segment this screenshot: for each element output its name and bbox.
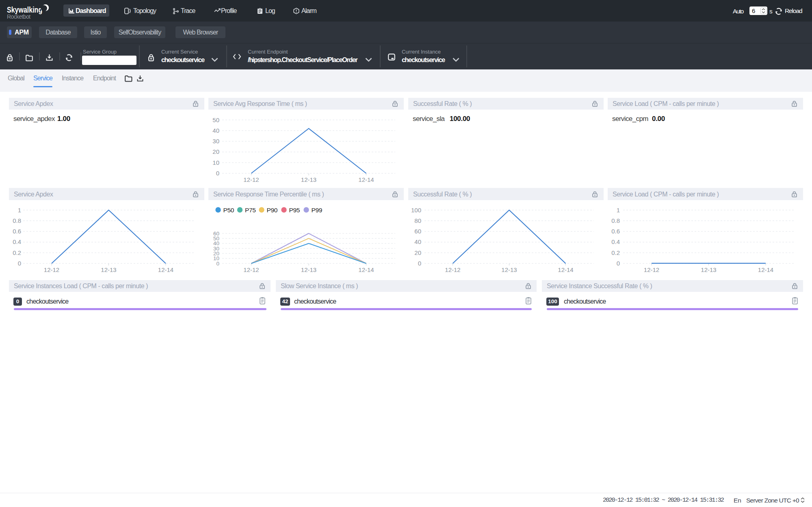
svg-text:12-14: 12-14 [758, 266, 773, 273]
svg-text:12-14: 12-14 [158, 266, 173, 273]
svg-text:12-13: 12-13 [301, 176, 316, 183]
svg-text:0: 0 [216, 170, 219, 177]
svg-text:0.4: 0.4 [13, 238, 21, 245]
svg-text:60: 60 [414, 228, 421, 235]
svg-text:0: 0 [617, 260, 620, 267]
svg-text:0.2: 0.2 [611, 249, 620, 256]
svg-text:0.6: 0.6 [13, 228, 21, 235]
svg-text:0: 0 [18, 260, 21, 267]
svg-text:P99: P99 [312, 207, 322, 214]
svg-text:12-12: 12-12 [243, 266, 259, 273]
svg-text:P75: P75 [245, 207, 256, 214]
svg-text:12-14: 12-14 [358, 266, 374, 273]
svg-text:10: 10 [212, 159, 219, 166]
svg-text:0.8: 0.8 [611, 217, 620, 224]
svg-text:20: 20 [414, 249, 421, 256]
svg-text:0.8: 0.8 [13, 217, 21, 224]
svg-text:12-12: 12-12 [445, 266, 460, 273]
svg-text:40: 40 [212, 127, 219, 134]
svg-text:40: 40 [414, 238, 421, 245]
svg-text:12-14: 12-14 [358, 176, 374, 183]
svg-text:12-12: 12-12 [644, 266, 659, 273]
svg-text:0: 0 [418, 260, 421, 267]
svg-text:30: 30 [212, 138, 219, 145]
svg-text:50: 50 [212, 117, 219, 123]
svg-text:1: 1 [617, 207, 620, 214]
svg-text:12-13: 12-13 [701, 266, 716, 273]
svg-text:80: 80 [414, 217, 421, 224]
svg-text:12-12: 12-12 [243, 176, 259, 183]
svg-text:12-13: 12-13 [501, 266, 517, 273]
svg-text:12-12: 12-12 [44, 266, 59, 273]
svg-text:100: 100 [411, 207, 421, 214]
svg-text:0: 0 [216, 261, 219, 267]
svg-text:12-13: 12-13 [301, 266, 316, 273]
svg-text:P95: P95 [289, 207, 300, 214]
svg-text:1: 1 [18, 207, 21, 214]
svg-text:0.4: 0.4 [611, 238, 620, 245]
svg-text:0.6: 0.6 [611, 228, 620, 235]
svg-text:12-13: 12-13 [101, 266, 116, 273]
svg-text:20: 20 [212, 148, 219, 155]
svg-text:P50: P50 [223, 207, 234, 214]
svg-text:0.2: 0.2 [13, 249, 21, 256]
svg-text:12-14: 12-14 [558, 266, 573, 273]
svg-text:P90: P90 [267, 207, 278, 214]
